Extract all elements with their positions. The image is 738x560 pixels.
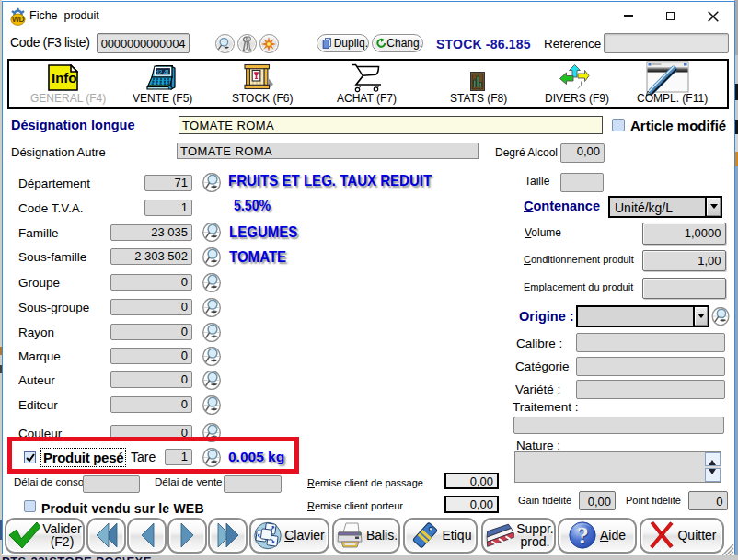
svg-text:WD: WD [12, 15, 25, 24]
svg-text:Info: Info [52, 70, 77, 86]
svg-text:12.41: 12.41 [156, 69, 170, 76]
svg-text:?: ? [577, 523, 589, 548]
